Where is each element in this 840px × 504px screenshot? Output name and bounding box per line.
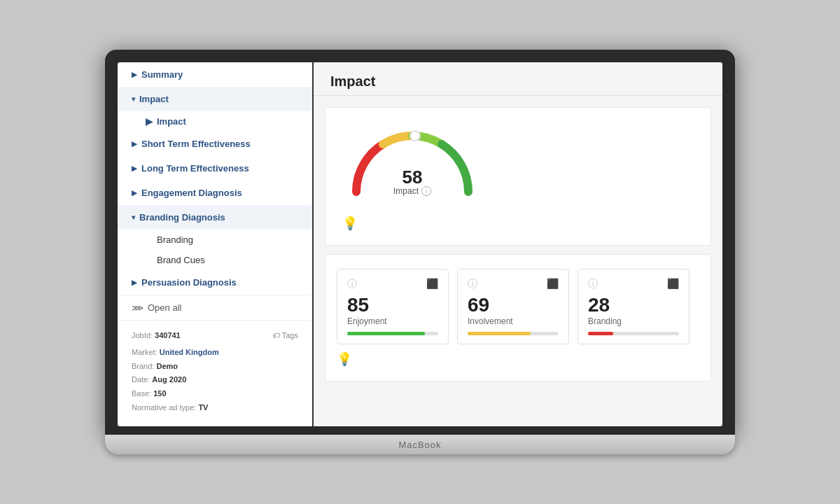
gauge-bulb-icon[interactable]: 💡 — [342, 216, 694, 231]
sidebar: ▶ Summary ▾ Impact ▶ Impact ▶ Short Term… — [118, 62, 314, 426]
sidebar-label-long-term: Long Term Effectiveness — [141, 163, 249, 174]
arrow-icon-branding-diagnosis: ▾ — [132, 214, 135, 221]
market-value: United Kingdom — [160, 348, 219, 356]
arrow-icon-impact-sub: ▶ — [146, 116, 153, 127]
card-info-icon-branding[interactable]: i — [588, 279, 598, 288]
market-label: Market: — [132, 348, 158, 356]
sidebar-sub-item-brand-cues[interactable]: Brand Cues — [118, 250, 312, 270]
progress-bar-fill-enjoyment — [347, 332, 425, 335]
normative-label: Normative ad type: — [132, 403, 196, 412]
tags-label: Tags — [282, 329, 298, 343]
progress-bar-fill-branding — [588, 332, 613, 335]
sidebar-label-persuasion: Persuasion Diagnosis — [141, 277, 237, 288]
main-header: Impact — [314, 62, 722, 96]
card-label-involvement: Involvement — [468, 316, 559, 326]
sidebar-item-impact[interactable]: ▾ Impact — [118, 87, 312, 111]
date-value: Aug 2020 — [152, 375, 186, 384]
metric-card-enjoyment: i ⬛ 85 Enjoyment — [337, 269, 449, 344]
laptop-bezel: ▶ Summary ▾ Impact ▶ Impact ▶ Short Term… — [105, 50, 735, 435]
laptop-screen: ▶ Summary ▾ Impact ▶ Impact ▶ Short Term… — [118, 62, 722, 426]
metadata-panel: JobId: 340741 🏷 Tags Market: United King… — [118, 320, 312, 426]
gauge-container: 58 Impact i — [342, 122, 694, 209]
card-label-enjoyment: Enjoyment — [347, 316, 438, 326]
metric-cards-row: i ⬛ 85 Enjoyment — [325, 254, 711, 382]
card-info-icon-enjoyment[interactable]: i — [347, 279, 357, 288]
job-id-value: 340741 — [155, 331, 181, 340]
gauge-value-label: 58 Impact i — [393, 168, 431, 196]
sidebar-item-engagement[interactable]: ▶ Engagement Diagnosis — [118, 181, 312, 205]
page-title: Impact — [330, 74, 375, 89]
card-icon-row-enjoyment: i ⬛ — [347, 278, 438, 289]
svg-point-0 — [410, 131, 420, 141]
arrow-icon-engagement: ▶ — [132, 189, 137, 197]
arrow-icon-persuasion: ▶ — [132, 279, 137, 286]
progress-bar-bg-involvement — [468, 332, 559, 335]
gauge-wrapper: 58 Impact i — [342, 122, 482, 209]
card-info-icon-involvement[interactable]: i — [468, 279, 477, 288]
gauge-label-text: Impact — [393, 186, 419, 196]
brand-value: Demo — [156, 362, 178, 370]
progress-bar-bg-branding — [588, 332, 679, 335]
arrow-icon-short-term: ▶ — [132, 140, 137, 148]
sidebar-label-engagement: Engagement Diagnosis — [141, 188, 242, 198]
gauge-info-icon[interactable]: i — [421, 186, 431, 196]
card-chart-icon-enjoyment: ⬛ — [426, 278, 438, 289]
card-number-enjoyment: 85 — [347, 295, 438, 316]
content-area: 58 Impact i 💡 — [314, 96, 722, 401]
card-icon-row-involvement: i ⬛ — [468, 278, 559, 289]
laptop-wrapper: ▶ Summary ▾ Impact ▶ Impact ▶ Short Term… — [105, 50, 735, 454]
sidebar-label-impact: Impact — [139, 94, 169, 104]
card-chart-icon-involvement: ⬛ — [547, 278, 559, 289]
normative-value: TV — [198, 403, 208, 412]
sidebar-sub-label-brand-cues: Brand Cues — [157, 255, 205, 265]
open-all-label: Open all — [148, 302, 181, 313]
open-all-icon: ⋙ — [132, 303, 144, 313]
main-content: Impact — [314, 62, 722, 426]
progress-bar-bg-enjoyment — [347, 332, 438, 335]
job-id-label: JobId: — [132, 331, 153, 340]
brand-label: Brand: — [132, 362, 154, 370]
base-label: Base: — [132, 389, 151, 398]
sidebar-item-long-term[interactable]: ▶ Long Term Effectiveness — [118, 156, 312, 181]
sidebar-label-short-term: Short Term Effectiveness — [141, 139, 251, 149]
metric-card-branding: i ⬛ 28 Branding — [578, 269, 690, 344]
arrow-icon-impact: ▾ — [132, 95, 135, 103]
sidebar-label-branding-diagnosis: Branding Diagnosis — [139, 212, 225, 223]
metric-card-involvement: i ⬛ 69 Involvement — [457, 269, 569, 344]
gauge-number: 58 — [393, 168, 431, 186]
sidebar-label-summary: Summary — [141, 69, 183, 80]
open-all-button[interactable]: ⋙ Open all — [118, 295, 312, 320]
sidebar-sub-item-branding[interactable]: Branding — [118, 230, 312, 250]
sidebar-item-short-term[interactable]: ▶ Short Term Effectiveness — [118, 132, 312, 156]
tag-icon: 🏷 — [272, 329, 280, 343]
gauge-label-row: Impact i — [393, 186, 431, 196]
cards-bulb-icon[interactable]: 💡 — [337, 351, 699, 367]
card-label-branding: Branding — [588, 316, 679, 326]
sidebar-sub-label-branding: Branding — [157, 234, 193, 245]
card-number-involvement: 69 — [468, 295, 559, 316]
sidebar-item-persuasion[interactable]: ▶ Persuasion Diagnosis — [118, 270, 312, 295]
sidebar-item-branding-diagnosis[interactable]: ▾ Branding Diagnosis — [118, 205, 312, 230]
sidebar-item-summary[interactable]: ▶ Summary — [118, 62, 312, 87]
job-id-row: JobId: 340741 — [132, 329, 181, 343]
card-icon-row-branding: i ⬛ — [588, 278, 679, 289]
arrow-icon-summary: ▶ — [132, 71, 137, 78]
card-number-branding: 28 — [588, 295, 679, 316]
laptop-brand: MacBook — [398, 440, 441, 450]
sidebar-sub-label-impact: Impact — [157, 116, 186, 127]
tags-button[interactable]: 🏷 Tags — [272, 329, 298, 343]
cards-container: i ⬛ 85 Enjoyment — [337, 269, 699, 344]
progress-bar-fill-involvement — [468, 332, 531, 335]
sidebar-sub-item-impact[interactable]: ▶ Impact — [118, 111, 312, 132]
gauge-card: 58 Impact i 💡 — [325, 107, 711, 246]
date-label: Date: — [132, 375, 150, 384]
laptop-base: MacBook — [105, 435, 735, 454]
base-value: 150 — [153, 389, 166, 398]
arrow-icon-long-term: ▶ — [132, 164, 137, 172]
card-chart-icon-branding: ⬛ — [667, 278, 679, 289]
